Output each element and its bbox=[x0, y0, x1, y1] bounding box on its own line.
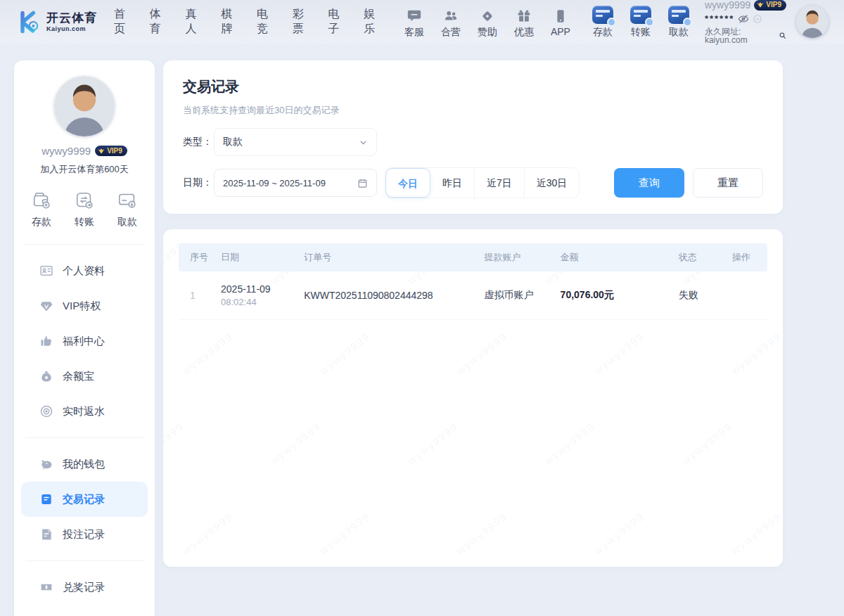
sidebar-item-label: 个人资料 bbox=[63, 264, 105, 278]
sidebar: wywy9999 VIP9 加入开云体育第600天 存款 bbox=[14, 60, 155, 616]
brand-name: 开云体育 bbox=[46, 12, 97, 24]
preset-today[interactable]: 今日 bbox=[385, 168, 430, 198]
page-body: wywy9999 VIP9 加入开云体育第600天 存款 bbox=[0, 44, 844, 616]
nav-item-slots[interactable]: 电子 bbox=[328, 7, 348, 37]
avatar-image bbox=[796, 6, 829, 38]
quick-action-label: 转账 bbox=[75, 216, 94, 229]
username: wywy9999 bbox=[705, 0, 750, 10]
filter-card: 交易记录 当前系统支持查询最近30日的交易记录 类型： 取款 日期： 2025-… bbox=[163, 60, 783, 214]
top-right-area: 客服 合营 赞助 优惠 bbox=[401, 0, 829, 44]
col-header-date: 日期 bbox=[215, 243, 298, 271]
query-button[interactable]: 查询 bbox=[614, 168, 684, 198]
cell-account: 虚拟币账户 bbox=[478, 271, 554, 320]
records-table: 序号 日期 订单号 提款账户 金额 状态 操作 1 bbox=[179, 243, 767, 320]
brand-domain: Kaiyun.com bbox=[46, 26, 97, 32]
page-subtitle: 当前系统支持查询最近30日的交易记录 bbox=[183, 104, 763, 117]
sidebar-item-profile[interactable]: 个人资料 bbox=[14, 253, 155, 288]
nav-item-sports[interactable]: 体育 bbox=[150, 7, 170, 37]
vip-v-icon bbox=[756, 1, 765, 9]
table-row: 1 2025-11-09 08:02:44 KWWT20251109080244… bbox=[179, 271, 767, 320]
action-label: 优惠 bbox=[514, 26, 534, 39]
deposit-outline-icon bbox=[31, 190, 52, 211]
profile-username: wywy9999 bbox=[41, 145, 91, 157]
nav-item-live[interactable]: 真人 bbox=[185, 7, 205, 37]
sidebar-item-wallet[interactable]: 我的钱包 bbox=[14, 447, 155, 482]
sidebar-menu-misc: 兑奖记录 消息中心 99+ bbox=[14, 565, 155, 616]
promo-button[interactable]: 优惠 bbox=[511, 5, 537, 39]
sidebar-item-label: VIP特权 bbox=[63, 300, 101, 313]
action-label: 合营 bbox=[441, 26, 461, 39]
type-filter-row: 类型： 取款 bbox=[183, 128, 763, 156]
sidebar-item-rebate[interactable]: 实时返水 bbox=[14, 394, 155, 429]
logo-k-icon bbox=[15, 9, 41, 35]
col-header-order: 订单号 bbox=[298, 243, 478, 271]
sidebar-item-label: 兑奖记录 bbox=[63, 581, 105, 594]
top-bar: 开云体育 Kaiyun.com 首页 体育 真人 棋牌 电竞 彩票 电子 娱乐 … bbox=[0, 0, 844, 44]
date-filter-row: 日期： 2025-11-09 ~ 2025-11-09 今日 昨日 近7日 近3… bbox=[183, 167, 763, 198]
quick-withdraw-button[interactable]: 取款 bbox=[117, 190, 138, 229]
quick-action-label: 存款 bbox=[32, 216, 51, 229]
app-download-button[interactable]: APP bbox=[547, 5, 574, 39]
nav-item-entertainment[interactable]: 娱乐 bbox=[364, 7, 384, 37]
col-header-amount: 金额 bbox=[555, 243, 673, 271]
reset-button[interactable]: 重置 bbox=[693, 168, 763, 198]
header-actions-gray: 客服 合营 赞助 优惠 bbox=[401, 5, 574, 39]
partnership-button[interactable]: 合营 bbox=[437, 5, 464, 39]
sidebar-item-vip[interactable]: VIP特权 bbox=[14, 288, 155, 323]
eye-hidden-icon[interactable] bbox=[738, 13, 749, 25]
transfer-button[interactable]: 转账 bbox=[627, 5, 654, 39]
nav-item-lottery[interactable]: 彩票 bbox=[293, 7, 313, 37]
deposit-button[interactable]: 存款 bbox=[589, 5, 616, 39]
sidebar-item-label: 投注记录 bbox=[63, 528, 105, 541]
page-title: 交易记录 bbox=[183, 77, 763, 96]
cell-amount: 70,076.00元 bbox=[555, 271, 673, 320]
nav-item-esports[interactable]: 电竞 bbox=[257, 7, 277, 37]
sidebar-item-yuebao[interactable]: 余额宝 bbox=[14, 359, 155, 394]
withdraw-button[interactable]: 取款 bbox=[665, 5, 692, 39]
user-avatar[interactable] bbox=[796, 6, 829, 38]
sponsor-button[interactable]: 赞助 bbox=[474, 5, 501, 39]
cell-index: 1 bbox=[179, 271, 215, 320]
action-label: 转账 bbox=[631, 26, 651, 39]
chevron-circle-icon[interactable] bbox=[753, 14, 762, 24]
sidebar-item-redeem[interactable]: 兑奖记录 bbox=[14, 570, 155, 605]
preset-7days[interactable]: 近7日 bbox=[475, 168, 525, 198]
col-header-account: 提款账户 bbox=[478, 243, 554, 271]
transfer-outline-icon bbox=[74, 190, 95, 211]
withdraw-icon bbox=[668, 6, 689, 24]
deposit-icon bbox=[592, 6, 613, 24]
type-select[interactable]: 取款 bbox=[214, 128, 377, 156]
sidebar-item-bets[interactable]: 投注记录 bbox=[14, 517, 155, 552]
sidebar-menu-account: 个人资料 VIP特权 福利中心 余额宝 实时返水 bbox=[14, 249, 155, 433]
nav-item-chess[interactable]: 棋牌 bbox=[221, 7, 241, 37]
partnership-icon bbox=[443, 5, 459, 24]
vip-v-icon bbox=[97, 147, 106, 155]
sidebar-item-messages[interactable]: 消息中心 99+ bbox=[14, 605, 155, 616]
date-range-input[interactable]: 2025-11-09 ~ 2025-11-09 bbox=[214, 169, 377, 197]
sidebar-item-label: 交易记录 bbox=[63, 493, 105, 506]
app-icon bbox=[553, 5, 568, 24]
action-label: 客服 bbox=[404, 26, 424, 39]
nav-item-home[interactable]: 首页 bbox=[114, 7, 134, 37]
cell-date: 2025-11-09 08:02:44 bbox=[215, 271, 298, 320]
customer-service-button[interactable]: 客服 bbox=[401, 5, 428, 39]
sidebar-item-welfare[interactable]: 福利中心 bbox=[14, 323, 155, 359]
brand-logo[interactable]: 开云体育 Kaiyun.com bbox=[15, 9, 97, 35]
action-label: 取款 bbox=[669, 26, 689, 39]
search-icon[interactable] bbox=[779, 31, 786, 40]
sidebar-item-label: 余额宝 bbox=[63, 370, 94, 383]
sidebar-item-transactions[interactable]: 交易记录 bbox=[21, 482, 148, 517]
money-pouch-icon bbox=[39, 369, 53, 383]
quick-transfer-button[interactable]: 转账 bbox=[74, 190, 95, 229]
header-actions-blue: 存款 转账 取款 bbox=[589, 5, 692, 39]
quick-deposit-button[interactable]: 存款 bbox=[31, 190, 52, 229]
sidebar-menu-records: 我的钱包 交易记录 投注记录 bbox=[14, 442, 155, 556]
preset-30days[interactable]: 近30日 bbox=[525, 168, 580, 198]
date-label: 日期： bbox=[183, 177, 214, 189]
rebate-icon bbox=[39, 404, 53, 418]
sidebar-divider bbox=[25, 244, 143, 245]
cell-status: 失败 bbox=[673, 271, 727, 320]
member-days: 加入开云体育第600天 bbox=[14, 163, 155, 176]
preset-yesterday[interactable]: 昨日 bbox=[430, 168, 475, 198]
type-select-value: 取款 bbox=[223, 136, 243, 148]
